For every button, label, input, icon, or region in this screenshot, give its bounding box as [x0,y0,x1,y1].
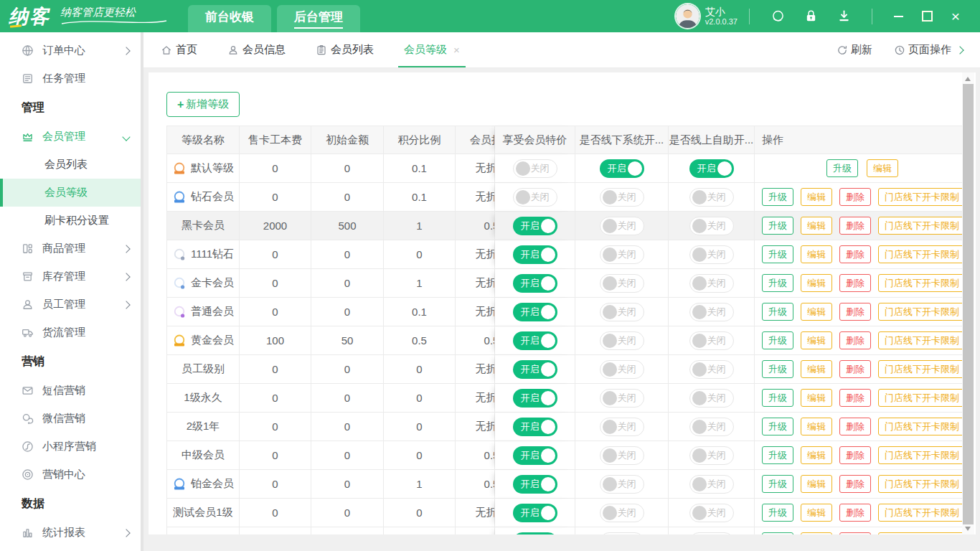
upgrade-button[interactable]: 升级 [762,446,793,464]
tab-首页[interactable]: 首页 [161,32,197,67]
sidebar-item-1[interactable]: 任务管理 [0,65,143,93]
delete-button[interactable]: 删除 [839,446,871,464]
store_limit-button[interactable]: 门店线下开卡限制 [878,532,966,534]
offline-open-toggle[interactable]: 关闭 [600,504,644,522]
delete-button[interactable]: 删除 [839,274,871,292]
scroll-down-arrow-icon[interactable] [965,527,971,531]
upgrade-button[interactable]: 升级 [762,389,793,407]
delete-button[interactable]: 删除 [839,217,871,235]
delete-button[interactable]: 删除 [839,245,871,263]
online-open-toggle[interactable]: 关闭 [689,245,734,264]
upgrade-button[interactable]: 升级 [762,331,793,349]
online-open-toggle[interactable]: 关闭 [689,303,734,321]
upgrade-button[interactable]: 升级 [762,188,793,206]
tab-会员信息[interactable]: 会员信息 [227,32,286,67]
online-open-toggle[interactable]: 关闭 [689,274,734,293]
panel-scrollbar[interactable] [962,72,974,534]
store_limit-button[interactable]: 门店线下开卡限制 [878,303,966,321]
online-open-toggle[interactable]: 关闭 [689,475,734,494]
special-price-toggle[interactable]: 关闭 [513,188,557,207]
special-price-toggle[interactable]: 开启 [513,504,557,522]
upgrade-button[interactable]: 升级 [762,532,793,534]
sidebar-subitem-5[interactable]: 会员等级 [0,179,143,207]
offline-open-toggle[interactable]: 关闭 [600,188,644,207]
nav-tab-backoffice[interactable]: 后台管理 [277,5,360,32]
tab-会员等级[interactable]: 会员等级× [404,32,460,67]
delete-button[interactable]: 删除 [839,504,871,522]
store_limit-button[interactable]: 门店线下开卡限制 [878,418,966,435]
edit-button[interactable]: 编辑 [801,418,832,435]
edit-button[interactable]: 编辑 [801,303,832,321]
edit-button[interactable]: 编辑 [801,331,832,349]
window-maximize-button[interactable] [920,10,933,23]
offline-open-toggle[interactable]: 开启 [600,159,644,178]
special-price-toggle[interactable]: 关闭 [513,159,557,178]
scrollbar-thumb[interactable] [963,84,974,524]
online-open-toggle[interactable]: 关闭 [689,446,734,465]
online-open-toggle[interactable]: 关闭 [689,504,734,522]
special-price-toggle[interactable]: 开启 [513,532,557,535]
store_limit-button[interactable]: 门店线下开卡限制 [878,360,966,378]
edit-button[interactable]: 编辑 [801,245,832,263]
support-headset-icon[interactable] [770,9,786,24]
upgrade-button[interactable]: 升级 [762,504,793,522]
sidebar-item-13[interactable]: 微信营销 [0,405,143,433]
sidebar-item-17[interactable]: 统计报表 [0,519,143,547]
upgrade-button[interactable]: 升级 [762,245,793,263]
page-actions-button[interactable]: 页面操作 [894,43,963,57]
sidebar-item-7[interactable]: 商品管理 [0,235,143,263]
special-price-toggle[interactable]: 开启 [513,303,557,321]
edit-button[interactable]: 编辑 [801,532,832,534]
lock-icon[interactable] [803,9,819,24]
edit-button[interactable]: 编辑 [801,475,832,493]
sidebar-item-15[interactable]: 营销中心 [0,461,143,489]
edit-button[interactable]: 编辑 [801,360,832,378]
add-level-button[interactable]: + 新增等级 [166,92,240,117]
special-price-toggle[interactable]: 开启 [513,446,557,465]
offline-open-toggle[interactable]: 关闭 [600,217,644,235]
online-open-toggle[interactable]: 关闭 [689,188,734,207]
online-open-toggle[interactable]: 关闭 [689,532,734,535]
online-open-toggle[interactable]: 关闭 [689,360,734,379]
store_limit-button[interactable]: 门店线下开卡限制 [878,331,966,349]
sidebar-scrollbar[interactable] [141,32,143,551]
special-price-toggle[interactable]: 开启 [513,475,557,494]
offline-open-toggle[interactable]: 关闭 [600,331,644,350]
edit-button[interactable]: 编辑 [801,389,832,407]
edit-button[interactable]: 编辑 [801,274,832,292]
offline-open-toggle[interactable]: 关闭 [600,446,644,465]
online-open-toggle[interactable]: 关闭 [689,389,734,408]
offline-open-toggle[interactable]: 关闭 [600,274,644,293]
offline-open-toggle[interactable]: 关闭 [600,418,644,436]
delete-button[interactable]: 删除 [839,532,871,534]
online-open-toggle[interactable]: 关闭 [689,418,734,436]
special-price-toggle[interactable]: 开启 [513,274,557,293]
online-open-toggle[interactable]: 开启 [689,159,734,178]
special-price-toggle[interactable]: 开启 [513,217,557,235]
special-price-toggle[interactable]: 开启 [513,245,557,264]
store_limit-button[interactable]: 门店线下开卡限制 [878,504,966,522]
store_limit-button[interactable]: 门店线下开卡限制 [878,188,966,206]
sidebar-subitem-4[interactable]: 会员列表 [0,151,143,179]
delete-button[interactable]: 删除 [839,331,871,349]
store_limit-button[interactable]: 门店线下开卡限制 [878,245,966,263]
tab-close-icon[interactable]: × [453,44,460,56]
delete-button[interactable]: 删除 [839,360,871,378]
sidebar-item-0[interactable]: 订单中心 [0,37,143,65]
edit-button[interactable]: 编辑 [801,217,832,235]
offline-open-toggle[interactable]: 关闭 [600,532,644,535]
sidebar-item-10[interactable]: 货流管理 [0,319,143,347]
store_limit-button[interactable]: 门店线下开卡限制 [878,274,966,292]
edit-button[interactable]: 编辑 [867,159,898,177]
special-price-toggle[interactable]: 开启 [513,360,557,379]
store_limit-button[interactable]: 门店线下开卡限制 [878,389,966,407]
upgrade-button[interactable]: 升级 [762,418,793,435]
sidebar-item-12[interactable]: 短信营销 [0,377,143,405]
scroll-up-arrow-icon[interactable] [965,77,971,81]
special-price-toggle[interactable]: 开启 [513,389,557,408]
delete-button[interactable]: 删除 [839,475,871,493]
window-minimize-button[interactable] [892,10,905,23]
sidebar-item-3[interactable]: 会员管理 [0,123,143,151]
upgrade-button[interactable]: 升级 [762,475,793,493]
offline-open-toggle[interactable]: 关闭 [600,475,644,494]
